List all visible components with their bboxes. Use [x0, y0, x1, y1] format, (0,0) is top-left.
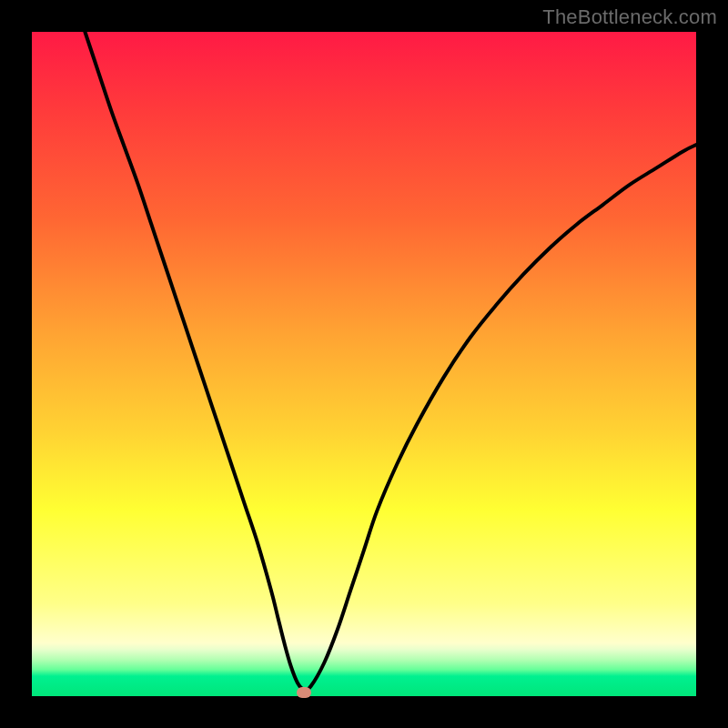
bottleneck-curve — [32, 32, 696, 696]
watermark-text: TheBottleneck.com — [542, 5, 717, 29]
chart-frame: TheBottleneck.com — [0, 0, 728, 728]
plot-area — [32, 32, 696, 696]
optimum-marker — [297, 687, 311, 698]
